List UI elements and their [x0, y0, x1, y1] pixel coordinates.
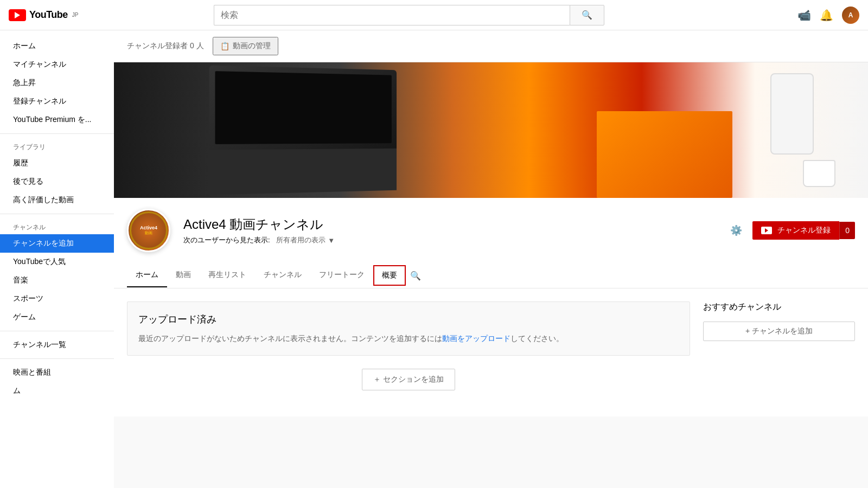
avatar-sub: 動画 [145, 230, 152, 236]
sidebar: ホーム マイチャンネル 急上昇 登録チャンネル YouTube Premium … [0, 30, 114, 488]
subscribe-yt-icon [761, 227, 772, 234]
subscribe-button-group: チャンネル登録 0 [752, 221, 855, 240]
content-sidebar: おすすめチャンネル + チャンネルを追加 [703, 301, 855, 403]
banner-phone [770, 73, 814, 155]
header-right: 📹 🔔 A [797, 7, 859, 24]
sidebar-library-section: ライブラリ 履歴 後で見る 高く評価した動画 [0, 138, 114, 209]
banner-cup [803, 160, 835, 187]
search-area: 🔍 [214, 5, 604, 25]
view-as-dropdown-icon[interactable]: ▼ [328, 236, 335, 245]
view-as-label: 次のユーザーから見た表示: [183, 235, 270, 245]
sidebar-divider-1 [0, 133, 114, 134]
tab-about[interactable]: 概要 [373, 265, 406, 286]
add-section-area: ＋ セクションを追加 [127, 356, 690, 403]
recommended-title: おすすめチャンネル [703, 301, 855, 313]
add-channel-button[interactable]: + チャンネルを追加 [703, 322, 855, 341]
banner-keyboard [209, 149, 397, 195]
channel-info-area: Active4 動画 Active4 動画チャンネル 次のユーザーから見た表示:… [114, 198, 868, 263]
view-as: 次のユーザーから見た表示: 所有者用の表示 ▼ [183, 235, 726, 245]
avatar-stamp: Active4 動画 [130, 211, 168, 249]
header: YouTubeJP 🔍 📹 🔔 A [0, 0, 868, 30]
search-button[interactable]: 🔍 [570, 5, 604, 25]
subscribe-count-button[interactable]: 0 [839, 222, 855, 239]
channel-title-area: Active4 動画チャンネル 次のユーザーから見た表示: 所有者用の表示 ▼ [183, 216, 726, 245]
channel-banner [114, 62, 868, 198]
channel-avatar: Active4 動画 [127, 209, 170, 252]
sidebar-divider-2 [0, 214, 114, 214]
logo-area: YouTubeJP [9, 9, 117, 21]
sidebar-item-yt-popular[interactable]: YouTubeで人気 [0, 253, 114, 271]
upload-link[interactable]: 動画をアップロード [442, 334, 510, 343]
channel-actions: ⚙️ チャンネル登録 0 [726, 221, 855, 240]
subscriber-count: チャンネル登録者 0 人 [127, 41, 204, 51]
manage-videos-button[interactable]: 📋 動画の管理 [213, 37, 278, 55]
banner-book [597, 111, 732, 198]
uploaded-desc: 最近のアップロードがないためチャンネルに表示されません。コンテンツを追加するには… [138, 332, 679, 344]
sidebar-item-subscriptions[interactable]: 登録チャンネル [0, 92, 114, 111]
notification-button[interactable]: 🔔 [820, 9, 833, 22]
avatar-text: Active4 [140, 225, 157, 231]
tab-freetalk[interactable]: フリートーク [310, 264, 373, 287]
upload-button[interactable]: 📹 [797, 9, 811, 22]
sidebar-item-home[interactable]: ホーム [0, 37, 114, 55]
manage-videos-icon: 📋 [220, 42, 229, 50]
sidebar-item-my-channel[interactable]: マイチャンネル [0, 55, 114, 74]
sidebar-item-liked[interactable]: 高く評価した動画 [0, 191, 114, 209]
sidebar-item-sports[interactable]: スポーツ [0, 290, 114, 308]
channel-stats-bar: チャンネル登録者 0 人 📋 動画の管理 [114, 30, 868, 62]
sidebar-item-channel-list[interactable]: チャンネル一覧 [0, 336, 114, 354]
main-content: チャンネル登録者 0 人 📋 動画の管理 [114, 30, 868, 488]
user-avatar[interactable]: A [842, 7, 859, 24]
sidebar-divider-4 [0, 358, 114, 359]
sidebar-item-watch-later[interactable]: 後で見る [0, 172, 114, 191]
sidebar-channels-section: チャンネル チャンネルを追加 YouTubeで人気 音楽 スポーツ ゲーム [0, 219, 114, 326]
sidebar-item-history[interactable]: 履歴 [0, 154, 114, 172]
channel-tabs: ホーム 動画 再生リスト チャンネル フリートーク 概要 🔍 [114, 263, 868, 288]
sidebar-item-trending[interactable]: 急上昇 [0, 74, 114, 92]
settings-button[interactable]: ⚙️ [726, 221, 746, 240]
uploaded-desc-part2: してください。 [510, 334, 564, 343]
subscribe-main-button[interactable]: チャンネル登録 [752, 221, 839, 240]
sidebar-channels-label: チャンネル [0, 219, 114, 234]
banner-screen [215, 71, 391, 144]
sidebar-main-section: ホーム マイチャンネル 急上昇 登録チャンネル YouTube Premium … [0, 37, 114, 129]
search-form: 🔍 [214, 5, 604, 25]
tab-channels[interactable]: チャンネル [255, 264, 310, 287]
youtube-logo[interactable]: YouTubeJP [9, 9, 79, 21]
tab-playlists[interactable]: 再生リスト [200, 264, 255, 287]
tabs-wrapper: ホーム 動画 再生リスト チャンネル フリートーク 概要 🔍 クリック [114, 263, 868, 288]
sidebar-divider-3 [0, 331, 114, 331]
sidebar-item-premium[interactable]: YouTube Premium を... [0, 111, 114, 129]
content-main: アップロード済み 最近のアップロードがないためチャンネルに表示されません。コンテ… [127, 301, 690, 403]
channel-content: アップロード済み 最近のアップロードがないためチャンネルに表示されません。コンテ… [114, 288, 868, 416]
search-icon: 🔍 [582, 10, 592, 20]
tab-videos[interactable]: 動画 [167, 264, 200, 287]
sidebar-item-movies[interactable]: 映画と番組 [0, 363, 114, 382]
sidebar-item-gaming[interactable]: ゲーム [0, 308, 114, 326]
uploaded-desc-part1: 最近のアップロードがないためチャンネルに表示されません。コンテンツを追加するには [138, 334, 442, 343]
uploaded-title: アップロード済み [138, 313, 679, 326]
channel-container: チャンネル登録者 0 人 📋 動画の管理 [114, 30, 868, 416]
sidebar-item-add-channel[interactable]: チャンネルを追加 [0, 234, 114, 253]
view-as-value: 所有者用の表示 [276, 235, 326, 245]
youtube-logo-icon [9, 9, 26, 21]
channel-name: Active4 動画チャンネル [183, 216, 726, 233]
banner-laptop [209, 65, 397, 195]
sidebar-library-label: ライブラリ [0, 138, 114, 154]
add-section-button[interactable]: ＋ セクションを追加 [362, 369, 455, 390]
sidebar-item-more[interactable]: ム [0, 382, 114, 400]
search-input[interactable] [214, 5, 570, 25]
youtube-logo-text: YouTube [29, 9, 68, 21]
tab-search-button[interactable]: 🔍 [406, 266, 425, 285]
sidebar-item-music[interactable]: 音楽 [0, 271, 114, 290]
tab-home[interactable]: ホーム [127, 264, 167, 287]
youtube-logo-jp: JP [72, 12, 79, 18]
uploaded-section: アップロード済み 最近のアップロードがないためチャンネルに表示されません。コンテ… [127, 301, 690, 356]
layout: ホーム マイチャンネル 急上昇 登録チャンネル YouTube Premium … [0, 30, 868, 488]
